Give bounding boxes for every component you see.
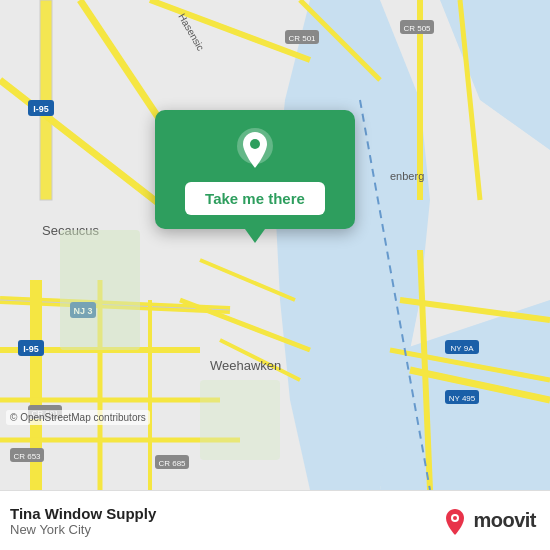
map-pin-icon: [233, 128, 277, 172]
location-name: Tina Window Supply: [10, 505, 156, 522]
svg-text:Weehawken: Weehawken: [210, 358, 281, 373]
popup-card: Take me there: [155, 110, 355, 229]
svg-text:enberg: enberg: [390, 170, 424, 182]
take-me-there-button[interactable]: Take me there: [185, 182, 325, 215]
copyright-notice: © OpenStreetMap contributors: [6, 410, 150, 425]
svg-text:CR 653: CR 653: [13, 452, 41, 461]
location-city: New York City: [10, 522, 156, 537]
svg-text:I-95: I-95: [23, 344, 39, 354]
svg-point-55: [250, 139, 260, 149]
svg-rect-53: [200, 380, 280, 460]
svg-text:I-95: I-95: [33, 104, 49, 114]
location-info: Tina Window Supply New York City: [10, 505, 156, 537]
svg-rect-52: [60, 230, 140, 350]
moovit-brand-text: moovit: [473, 509, 536, 532]
moovit-logo[interactable]: moovit: [441, 507, 536, 535]
svg-text:CR 685: CR 685: [158, 459, 186, 468]
svg-text:CR 501: CR 501: [288, 34, 316, 43]
map-container: I-95 I-95 NJ 3 CR 501 CR 505 CR 681 CR 6…: [0, 0, 550, 490]
svg-point-57: [453, 516, 457, 520]
svg-text:NY 495: NY 495: [449, 394, 476, 403]
svg-text:CR 505: CR 505: [403, 24, 431, 33]
svg-text:NY 9A: NY 9A: [451, 344, 475, 353]
moovit-pin-icon: [441, 507, 469, 535]
bottom-bar: Tina Window Supply New York City moovit: [0, 490, 550, 550]
